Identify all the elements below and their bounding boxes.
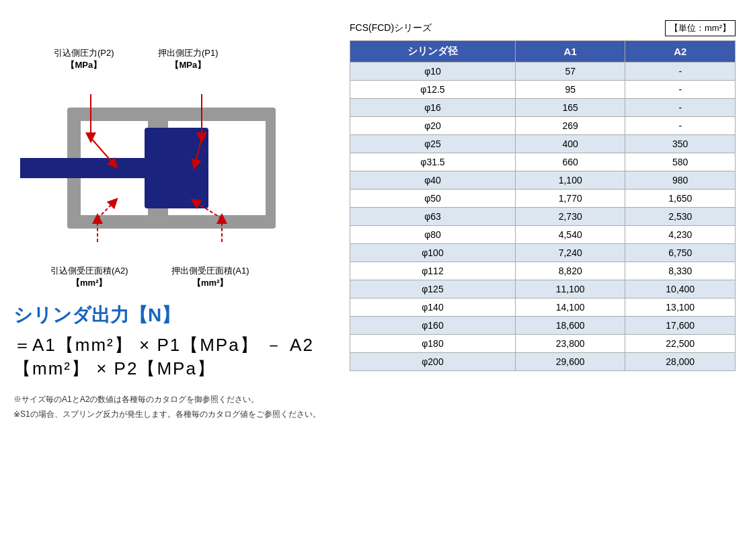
table-cell-a2: 350 [625, 135, 736, 153]
table-cell-a1: 57 [515, 63, 625, 81]
table-cell-a2: 8,330 [625, 262, 736, 280]
table-cell-a1: 1,770 [515, 190, 625, 208]
table-cell-diameter: φ16 [350, 99, 516, 117]
col-header-diameter: シリンダ径 [350, 41, 516, 63]
table-row: φ632,7302,530 [350, 208, 736, 226]
table-row: φ14014,10013,100 [350, 298, 736, 317]
left-panel: 引込側圧力(P2) 【MPa】 押出側圧力(P1) 【MPa】 [13, 13, 336, 547]
right-panel: FCS(FCD)シリーズ 【単位：mm²】 シリンダ径 A1 A2 φ1057-… [336, 13, 736, 547]
table-cell-a1: 660 [515, 153, 625, 171]
table-cell-diameter: φ100 [350, 244, 516, 262]
label-p2: 引込側圧力(P2) 【MPa】 [54, 47, 114, 71]
table-row: φ16165- [350, 99, 736, 117]
cylinder-diagram [20, 94, 309, 242]
table-cell-diameter: φ125 [350, 280, 516, 298]
table-cell-a1: 269 [515, 117, 625, 135]
note-1: ※サイズ毎のA1とA2の数値は各種毎のカタログを御参照ください。 [13, 393, 336, 407]
table-row: φ31.5660580 [350, 153, 736, 171]
data-table: シリンダ径 A1 A2 φ1057-φ12.595-φ16165-φ20269-… [350, 40, 736, 371]
table-cell-diameter: φ200 [350, 353, 516, 371]
table-cell-a1: 165 [515, 99, 625, 117]
diagram-area: 引込側圧力(P2) 【MPa】 押出側圧力(P1) 【MPa】 [13, 47, 309, 289]
series-label: FCS(FCD)シリーズ [350, 22, 432, 34]
table-row: φ20029,60028,000 [350, 353, 736, 371]
unit-label: 【単位：mm²】 [665, 20, 736, 36]
table-cell-a2: 1,650 [625, 190, 736, 208]
note-section: ※サイズ毎のA1とA2の数値は各種毎のカタログを御参照ください。 ※S1の場合、… [13, 393, 336, 422]
table-cell-diameter: φ140 [350, 298, 516, 317]
table-row: φ501,7701,650 [350, 190, 736, 208]
table-row: φ20269- [350, 117, 736, 135]
table-cell-a2: - [625, 117, 736, 135]
table-cell-a1: 14,100 [515, 298, 625, 317]
table-cell-a1: 400 [515, 135, 625, 153]
formula-line: ＝A1【mm²】 × P1【MPa】 － A2【mm²】 × P2【MPa】 [13, 333, 336, 381]
table-cell-a2: - [625, 99, 736, 117]
col-header-a1: A1 [515, 41, 625, 63]
table-cell-diameter: φ63 [350, 208, 516, 226]
table-cell-a1: 2,730 [515, 208, 625, 226]
table-cell-a2: 980 [625, 171, 736, 190]
svg-rect-4 [20, 158, 145, 178]
table-row: φ1007,2406,750 [350, 244, 736, 262]
cylinder-output-title: シリンダ出力【N】 [13, 303, 336, 328]
table-cell-a2: 4,230 [625, 226, 736, 244]
table-cell-a2: - [625, 81, 736, 99]
table-row: φ1057- [350, 63, 736, 81]
table-cell-a1: 11,100 [515, 280, 625, 298]
table-cell-diameter: φ180 [350, 335, 516, 353]
table-cell-a2: 13,100 [625, 298, 736, 317]
table-cell-diameter: φ25 [350, 135, 516, 153]
main-container: 引込側圧力(P2) 【MPa】 押出側圧力(P1) 【MPa】 [0, 0, 749, 560]
table-row: φ12.595- [350, 81, 736, 99]
svg-rect-3 [145, 128, 208, 208]
label-a2: 引込側受圧面積(A2) 【mm²】 [50, 265, 128, 289]
table-cell-a2: 6,750 [625, 244, 736, 262]
table-cell-a1: 8,820 [515, 262, 625, 280]
table-cell-diameter: φ80 [350, 226, 516, 244]
table-row: φ401,100980 [350, 171, 736, 190]
table-cell-a2: 580 [625, 153, 736, 171]
table-cell-a2: 10,400 [625, 280, 736, 298]
table-cell-diameter: φ50 [350, 190, 516, 208]
table-row: φ804,5404,230 [350, 226, 736, 244]
table-header-row-tr: シリンダ径 A1 A2 [350, 41, 736, 63]
table-cell-a2: 17,600 [625, 317, 736, 335]
table-header-row: FCS(FCD)シリーズ 【単位：mm²】 [350, 20, 736, 36]
table-cell-a2: 2,530 [625, 208, 736, 226]
table-cell-a1: 29,600 [515, 353, 625, 371]
table-row: φ12511,10010,400 [350, 280, 736, 298]
table-cell-diameter: φ112 [350, 262, 516, 280]
table-row: φ18023,80022,500 [350, 335, 736, 353]
table-cell-a1: 23,800 [515, 335, 625, 353]
note-2: ※S1の場合、スプリング反力が発生します。各種毎のカタログ値をご参照ください。 [13, 407, 336, 422]
table-cell-a1: 1,100 [515, 171, 625, 190]
table-cell-diameter: φ160 [350, 317, 516, 335]
label-p1: 押出側圧力(P1) 【MPa】 [158, 47, 219, 71]
table-cell-a1: 18,600 [515, 317, 625, 335]
table-cell-a1: 7,240 [515, 244, 625, 262]
table-cell-diameter: φ12.5 [350, 81, 516, 99]
table-cell-a1: 95 [515, 81, 625, 99]
table-row: φ1128,8208,330 [350, 262, 736, 280]
table-row: φ16018,60017,600 [350, 317, 736, 335]
table-cell-diameter: φ10 [350, 63, 516, 81]
table-cell-a2: 28,000 [625, 353, 736, 371]
formula-section: シリンダ出力【N】 ＝A1【mm²】 × P1【MPa】 － A2【mm²】 ×… [13, 303, 336, 383]
table-cell-diameter: φ20 [350, 117, 516, 135]
table-cell-a2: 22,500 [625, 335, 736, 353]
table-cell-diameter: φ40 [350, 171, 516, 190]
table-cell-a2: - [625, 63, 736, 81]
label-a1: 押出側受圧面積(A1) 【mm²】 [171, 265, 249, 289]
table-cell-a1: 4,540 [515, 226, 625, 244]
table-cell-diameter: φ31.5 [350, 153, 516, 171]
table-row: φ25400350 [350, 135, 736, 153]
col-header-a2: A2 [625, 41, 736, 63]
